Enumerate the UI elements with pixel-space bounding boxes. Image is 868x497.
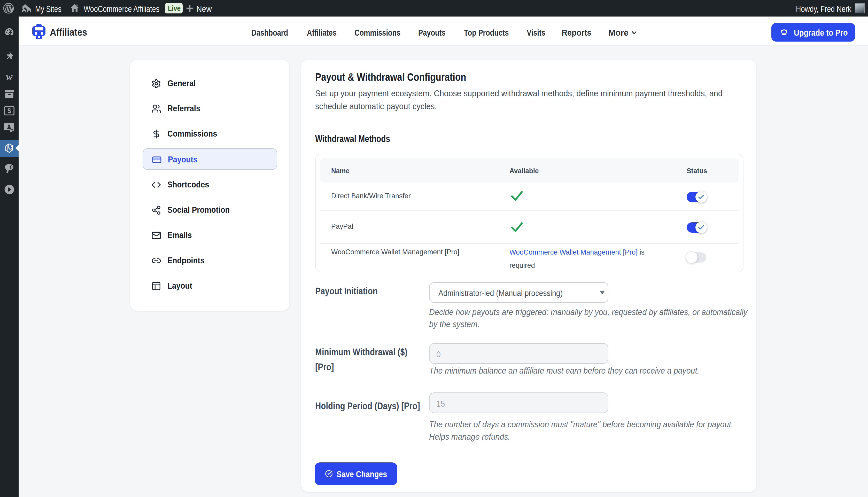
svg-text:w: w [6, 72, 13, 82]
